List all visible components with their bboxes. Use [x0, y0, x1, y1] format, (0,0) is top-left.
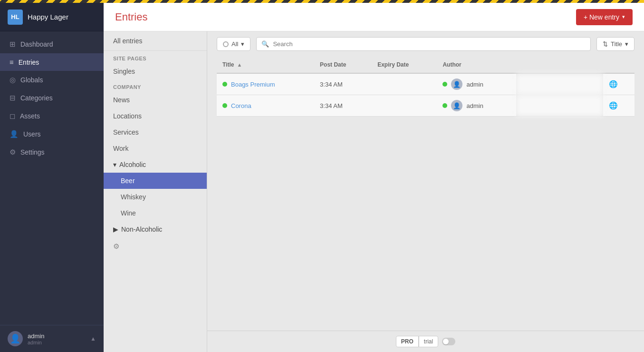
sidebar-nav: ⊞ Dashboard ≡ Entries ◎ Globals ⊟ Catego…	[0, 31, 104, 325]
title-sort-label: Title	[611, 40, 622, 48]
sidebar-footer[interactable]: 👤 admin admin ▲	[0, 325, 104, 352]
sidebar-header: HL Happy Lager	[0, 3, 104, 31]
sidebar-item-entries[interactable]: ≡ Entries	[0, 53, 104, 71]
pro-trial-group: PRO trial	[396, 336, 438, 347]
author-avatar: 👤	[451, 100, 462, 111]
entries-icon: ≡	[10, 58, 14, 66]
channel-item-singles[interactable]: Singles	[104, 63, 207, 79]
all-entries-label: All entries	[113, 37, 142, 45]
author-status-dot	[442, 103, 447, 108]
filter-all-label: All	[231, 40, 238, 48]
gear-settings[interactable]: ⚙	[104, 237, 207, 255]
row-globe-cell: 🌐	[603, 95, 634, 117]
users-icon: 👤	[10, 130, 19, 138]
footer-username: admin	[28, 332, 90, 340]
sidebar-item-globals[interactable]: ◎ Globals	[0, 71, 104, 89]
sidebar-item-dashboard[interactable]: ⊞ Dashboard	[0, 35, 104, 53]
new-entry-button[interactable]: + New entry ▾	[576, 9, 633, 25]
author-name: admin	[466, 81, 483, 88]
col-title-label: Title	[222, 61, 234, 68]
channel-group-non-alcoholic[interactable]: ▶ Non-Alcoholic	[104, 221, 207, 237]
entry-title-link[interactable]: Boags Premium	[231, 81, 275, 88]
entries-table: Title ▲ Post Date Expiry Date	[217, 57, 634, 117]
author-avatar: 👤	[451, 78, 462, 90]
globe-icon[interactable]: 🌐	[609, 80, 618, 88]
channel-item-label: Singles	[113, 68, 135, 75]
group-label: Non-Alcoholic	[121, 225, 162, 233]
bottom-bar: PRO trial	[207, 331, 644, 352]
search-input[interactable]	[273, 40, 585, 48]
row-post-date: 3:34 AM	[314, 95, 372, 117]
search-icon: 🔍	[261, 40, 269, 48]
row-globe-cell: 🌐	[603, 73, 634, 95]
sub-item-label: Wine	[121, 209, 136, 217]
table-container: Title ▲ Post Date Expiry Date	[207, 57, 644, 331]
sort-icon: ⇅	[603, 40, 608, 48]
sub-item-wine[interactable]: Wine	[104, 205, 207, 221]
author-status-dot	[442, 82, 447, 87]
sidebar-item-label: Globals	[20, 76, 43, 84]
app-brand: Happy Lager	[28, 13, 68, 21]
settings-icon: ⚙	[10, 148, 16, 156]
filter-bar: All ▾ 🔍 ⇅ Title ▾	[207, 31, 644, 57]
channel-item-work[interactable]: Work	[104, 140, 207, 156]
sub-item-whiskey[interactable]: Whiskey	[104, 189, 207, 205]
row-blurred-col	[516, 95, 603, 117]
title-sort-button[interactable]: ⇅ Title ▾	[596, 37, 634, 51]
sidebar-item-assets[interactable]: ◻ Assets	[0, 107, 104, 125]
pro-badge: PRO	[396, 336, 419, 347]
chevron-down-icon: ▾	[113, 161, 116, 168]
filter-all-button[interactable]: All ▾	[217, 37, 250, 51]
footer-user: admin admin	[28, 332, 90, 345]
radio-icon	[223, 41, 229, 47]
channel-item-news[interactable]: News	[104, 92, 207, 108]
section-label-company: COMPANY	[104, 79, 207, 92]
col-header-title: Title ▲	[217, 57, 314, 73]
group-label: Alcoholic	[119, 161, 146, 168]
row-expiry-date	[372, 73, 437, 95]
row-expiry-date	[372, 95, 437, 117]
channel-item-label: Services	[113, 128, 139, 136]
col-header-author: Author	[437, 57, 516, 73]
col-header-globe	[603, 57, 634, 73]
categories-icon: ⊟	[10, 94, 16, 102]
left-panel: All entries SITE PAGES Singles COMPANY N…	[104, 31, 207, 352]
sidebar: HL Happy Lager ⊞ Dashboard ≡ Entries ◎ G…	[0, 3, 104, 352]
dashboard-icon: ⊞	[10, 40, 16, 49]
sub-item-label: Whiskey	[121, 193, 146, 201]
row-author-cell: 👤 admin	[437, 73, 516, 95]
sub-item-label: Beer	[121, 177, 135, 185]
row-blurred-col	[516, 73, 603, 95]
sidebar-item-label: Users	[23, 130, 41, 138]
search-box: 🔍	[256, 37, 590, 51]
entry-title-link[interactable]: Corona	[231, 102, 251, 109]
sidebar-item-users[interactable]: 👤 Users	[0, 125, 104, 143]
assets-icon: ◻	[10, 112, 15, 120]
sub-item-beer[interactable]: Beer	[104, 173, 207, 189]
channel-group-alcoholic[interactable]: ▾ Alcoholic	[104, 156, 207, 173]
globe-icon[interactable]: 🌐	[609, 101, 618, 109]
chevron-down-icon: ▾	[241, 40, 244, 48]
status-dot	[222, 103, 227, 108]
sidebar-item-label: Entries	[19, 59, 39, 66]
all-entries-item[interactable]: All entries	[104, 31, 207, 51]
upgrade-toggle[interactable]	[442, 338, 455, 345]
sidebar-item-label: Dashboard	[20, 40, 53, 48]
right-panel: All ▾ 🔍 ⇅ Title ▾	[207, 31, 644, 352]
chevron-down-icon: ▾	[622, 14, 625, 20]
sidebar-item-categories[interactable]: ⊟ Categories	[0, 89, 104, 107]
sidebar-item-settings[interactable]: ⚙ Settings	[0, 143, 104, 161]
col-author-label: Author	[442, 61, 461, 68]
main-area: Entries + New entry ▾ All entries SITE P…	[104, 3, 644, 352]
channel-item-label: Locations	[113, 112, 142, 120]
section-label-site-pages: SITE PAGES	[104, 51, 207, 63]
sort-up-icon: ▲	[237, 62, 242, 68]
new-entry-label: + New entry	[584, 13, 619, 21]
chevron-down-icon: ▾	[625, 40, 628, 48]
user-icon: 👤	[10, 333, 20, 344]
channel-item-services[interactable]: Services	[104, 124, 207, 140]
avatar: 👤	[8, 331, 23, 346]
content-area: All entries SITE PAGES Singles COMPANY N…	[104, 31, 644, 352]
trial-badge: trial	[419, 336, 438, 347]
channel-item-locations[interactable]: Locations	[104, 108, 207, 124]
